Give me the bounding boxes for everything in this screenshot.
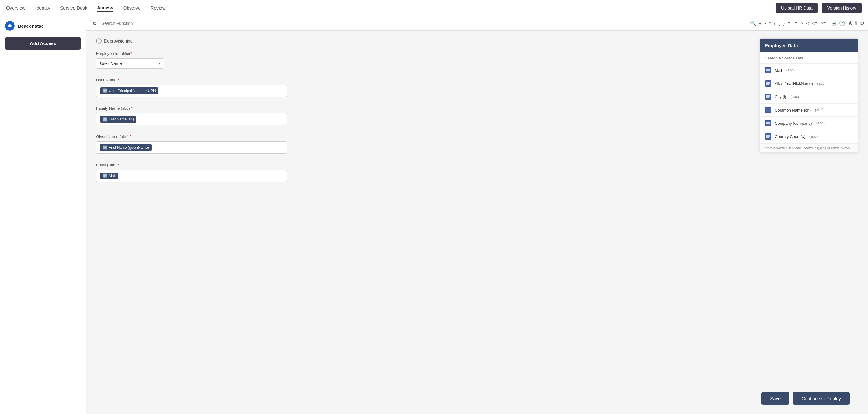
main-layout: Beaconstac ⋮ Add Access fx 🔍 + - * / ( )… bbox=[0, 16, 868, 414]
employee-identifier-label: Employee Identifier* bbox=[96, 51, 858, 56]
op-equals[interactable]: = bbox=[787, 21, 790, 26]
map-row-2: Given Name (abc) *: bbox=[96, 134, 858, 139]
content-area: Deprovisioning Employee Identifier* User… bbox=[86, 31, 868, 414]
map-row-0: User Name *: bbox=[96, 77, 858, 82]
op-greater-eq[interactable]: >= bbox=[820, 21, 826, 26]
version-history-button[interactable]: Version History bbox=[822, 3, 862, 13]
upload-hr-data-button[interactable]: Upload HR Data bbox=[776, 3, 818, 13]
map-row-1: Family Name (abc) *: bbox=[96, 106, 858, 110]
deprovisioning-label: Deprovisioning bbox=[104, 38, 133, 43]
formula-bar: fx 🔍 + - * / ( ) = != > < <= >= ⊞ 🕐 A ℹ … bbox=[86, 16, 868, 31]
token-input-1[interactable]: Last Name (sn) bbox=[96, 113, 287, 125]
panel-item-name-5: Country Code (c) bbox=[775, 134, 805, 139]
token-3: Mail bbox=[100, 172, 118, 179]
nav-access[interactable]: Access bbox=[97, 4, 113, 12]
company-name: Beaconstac bbox=[18, 23, 44, 29]
token-icon-2 bbox=[102, 145, 107, 150]
op-plus[interactable]: + bbox=[758, 21, 762, 26]
field-label-3: Email (abc) * bbox=[96, 163, 158, 167]
token-1: Last Name (sn) bbox=[100, 116, 136, 123]
panel-item-3[interactable]: Common Name (cn)(abc) bbox=[760, 103, 858, 117]
clock-icon[interactable]: 🕐 bbox=[839, 20, 845, 26]
panel-item-icon-2 bbox=[765, 93, 772, 100]
token-icon-1 bbox=[102, 117, 107, 122]
field-label-1: Family Name (abc) * bbox=[96, 106, 158, 110]
panel-item-name-1: Alias (mailNickName) bbox=[775, 81, 813, 86]
op-open-paren[interactable]: ( bbox=[778, 21, 780, 26]
panel-item-icon-0 bbox=[765, 67, 772, 74]
formula-input[interactable] bbox=[102, 21, 748, 26]
op-not-equals[interactable]: != bbox=[794, 21, 798, 26]
op-close-paren[interactable]: ) bbox=[783, 21, 784, 26]
nav-observe[interactable]: Observe bbox=[123, 4, 141, 12]
save-button[interactable]: Save bbox=[762, 392, 789, 405]
settings-icon[interactable]: ⚙ bbox=[860, 20, 864, 26]
field-section-3: Email (abc) *:Mail bbox=[96, 162, 858, 182]
company-logo-icon bbox=[5, 21, 15, 31]
panel-item-type-2: (abc) bbox=[791, 95, 799, 99]
panel-item-2[interactable]: City (l)(abc) bbox=[760, 90, 858, 103]
panel-item-0[interactable]: Mail(abc) bbox=[760, 64, 858, 77]
text-icon[interactable]: A bbox=[848, 21, 852, 26]
panel-item-type-3: (abc) bbox=[815, 108, 823, 112]
token-input-2[interactable]: First Name (givenName) bbox=[96, 141, 287, 154]
op-slash[interactable]: / bbox=[774, 21, 775, 26]
deprovisioning-header: Deprovisioning bbox=[96, 38, 858, 44]
token-2: First Name (givenName) bbox=[100, 144, 152, 151]
employee-panel-title: Employee Data bbox=[760, 38, 858, 52]
nav-identity[interactable]: Identity bbox=[35, 4, 50, 12]
sidebar-header: Beaconstac ⋮ bbox=[5, 21, 81, 31]
token-text-1: Last Name (sn) bbox=[109, 117, 134, 121]
sidebar-logo: Beaconstac bbox=[5, 21, 44, 31]
info-icon[interactable]: ℹ bbox=[855, 20, 857, 26]
op-asterisk[interactable]: * bbox=[769, 21, 771, 26]
op-greater[interactable]: > bbox=[801, 21, 803, 26]
panel-item-name-3: Common Name (cn) bbox=[775, 108, 811, 113]
panel-item-icon-4 bbox=[765, 120, 772, 127]
map-row-3: Email (abc) *: bbox=[96, 162, 858, 167]
nav-review[interactable]: Review bbox=[151, 4, 166, 12]
panel-footer: More attributes available, continue typi… bbox=[760, 143, 858, 152]
sidebar-more-icon[interactable]: ⋮ bbox=[75, 23, 81, 29]
op-less[interactable]: < bbox=[806, 21, 809, 26]
token-icon-3 bbox=[102, 173, 107, 178]
colon-0: : bbox=[161, 77, 163, 82]
panel-search-input[interactable] bbox=[765, 56, 853, 60]
bottom-actions: Save Continue to Deploy bbox=[762, 392, 849, 405]
employee-identifier-select[interactable]: User Name bbox=[96, 58, 164, 69]
token-icon-0 bbox=[102, 88, 107, 93]
sidebar: Beaconstac ⋮ Add Access bbox=[0, 16, 86, 414]
search-icon: 🔍 bbox=[750, 20, 756, 26]
panel-item-5[interactable]: Country Code (c)(abc) bbox=[760, 130, 858, 143]
panel-item-name-0: Mail bbox=[775, 68, 782, 73]
token-text-2: First Name (givenName) bbox=[109, 146, 149, 150]
nav-service-desk[interactable]: Service Desk bbox=[60, 4, 87, 12]
op-minus[interactable]: - bbox=[765, 21, 766, 26]
token-text-0: User Principal Name or UPN bbox=[109, 89, 156, 93]
colon-2: : bbox=[161, 134, 163, 139]
add-access-button[interactable]: Add Access bbox=[5, 37, 81, 50]
panel-item-type-4: (abc) bbox=[816, 121, 825, 125]
nav-links: Overview Identity Service Desk Access Ob… bbox=[6, 4, 166, 12]
colon-3: : bbox=[161, 162, 163, 167]
field-section-1: Family Name (abc) *:Last Name (sn) bbox=[96, 106, 858, 125]
toolbar-operators: + - * / ( ) = != > < <= >= ⊞ 🕐 A ℹ ⚙ bbox=[758, 20, 864, 27]
panel-item-1[interactable]: Alias (mailNickName)(abc) bbox=[760, 77, 858, 90]
grid-icon[interactable]: ⊞ bbox=[831, 20, 836, 27]
nav-overview[interactable]: Overview bbox=[6, 4, 26, 12]
panel-item-4[interactable]: Company (company)(abc) bbox=[760, 117, 858, 130]
field-section-2: Given Name (abc) *:First Name (givenName… bbox=[96, 134, 858, 154]
panel-item-type-1: (abc) bbox=[817, 81, 826, 86]
panel-list: Mail(abc)Alias (mailNickName)(abc)City (… bbox=[760, 64, 858, 143]
panel-item-icon-3 bbox=[765, 106, 772, 114]
employee-identifier-select-wrap: User Name ▾ bbox=[96, 58, 164, 69]
continue-to-deploy-button[interactable]: Continue to Deploy bbox=[793, 392, 849, 405]
token-input-3[interactable]: Mail bbox=[96, 170, 287, 182]
fx-badge: fx bbox=[90, 20, 99, 27]
token-text-3: Mail bbox=[109, 174, 116, 178]
token-input-0[interactable]: User Principal Name or UPN bbox=[96, 85, 287, 97]
employee-identifier-section: Employee Identifier* User Name ▾ bbox=[96, 51, 858, 69]
op-less-eq[interactable]: <= bbox=[812, 21, 817, 26]
top-nav: Overview Identity Service Desk Access Ob… bbox=[0, 0, 868, 16]
deprovisioning-icon bbox=[96, 38, 102, 44]
